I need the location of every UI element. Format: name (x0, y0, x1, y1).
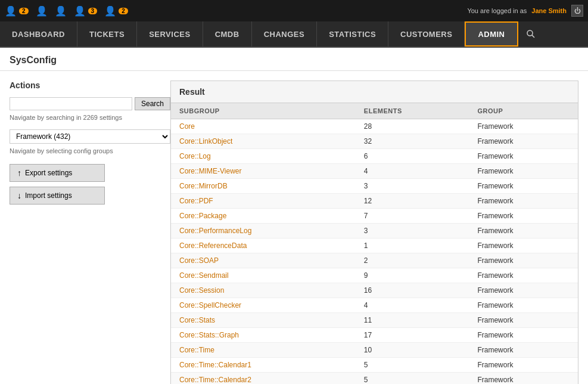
subgroup-link[interactable]: Core::Time (179, 346, 214, 354)
subgroup-cell: Core::MirrorDB (171, 179, 356, 194)
group-cell: Framework (469, 343, 578, 358)
group-cell: Framework (469, 119, 578, 134)
header-row: SUBGROUP ELEMENTS GROUP (171, 103, 578, 119)
subgroup-cell: Core::Sendmail (171, 268, 356, 283)
user-icon-2: 👤 (36, 5, 48, 17)
import-settings-button[interactable]: ↓ Import settings (10, 187, 105, 205)
table-row: Core::ReferenceData1Framework (171, 239, 578, 253)
group-cell: Framework (469, 134, 578, 149)
nav-services[interactable]: SERVICES (137, 21, 203, 47)
subgroup-cell: Core::SpellChecker (171, 298, 356, 313)
table-row: Core::LinkObject32Framework (171, 134, 578, 149)
subgroup-link[interactable]: Core::Time::Calendar2 (179, 376, 251, 384)
elements-cell: 5 (356, 358, 469, 373)
elements-cell: 6 (356, 149, 469, 164)
elements-cell: 7 (356, 209, 469, 224)
nav-changes[interactable]: CHANGES (252, 21, 318, 47)
subgroup-link[interactable]: Core::Session (179, 286, 224, 295)
subgroup-cell: Core::ReferenceData (171, 239, 356, 253)
col-group: GROUP (469, 103, 578, 119)
actions-title: Actions (10, 80, 170, 90)
svg-line-1 (531, 35, 534, 38)
search-hint: Navigate by searching in 2269 settings (10, 114, 170, 121)
subgroup-link[interactable]: Core (179, 122, 195, 131)
subgroup-link[interactable]: Core::Stats::Graph (179, 331, 239, 339)
avatar-group-5: 👤 2 (104, 5, 128, 17)
subgroup-link[interactable]: Core::Package (179, 212, 226, 220)
user-icon-1: 👤 (5, 5, 17, 17)
group-cell: Framework (469, 239, 578, 253)
subgroup-link[interactable]: Core::Log (179, 152, 211, 160)
subgroup-link[interactable]: Core::SOAP (179, 256, 219, 265)
result-tbody: Core28FrameworkCore::LinkObject32Framewo… (171, 119, 578, 385)
sidebar: Actions Search Navigate by searching in … (10, 80, 170, 384)
search-input[interactable] (10, 97, 132, 110)
subgroup-cell: Core::LinkObject (171, 134, 356, 149)
nav-admin[interactable]: ADMIN (465, 21, 518, 47)
subgroup-cell: Core::Stats::Graph (171, 328, 356, 343)
table-row: Core::SOAP2Framework (171, 253, 578, 268)
power-button[interactable]: ⏻ (571, 5, 583, 17)
group-cell: Framework (469, 179, 578, 194)
nav-tickets[interactable]: TICKETS (77, 21, 137, 47)
table-row: Core::Time::Calendar25Framework (171, 373, 578, 385)
table-header: SUBGROUP ELEMENTS GROUP (171, 103, 578, 119)
subgroup-link[interactable]: Core::MIME-Viewer (179, 167, 241, 175)
subgroup-link[interactable]: Core::Stats (179, 316, 215, 324)
export-settings-button[interactable]: ↑ Export settings (10, 164, 105, 182)
subgroup-cell: Core::Session (171, 283, 356, 298)
page-title: SysConfig (0, 48, 588, 71)
subgroup-cell: Core::SOAP (171, 253, 356, 268)
table-row: Core::Stats::Graph17Framework (171, 328, 578, 343)
content-area: Actions Search Navigate by searching in … (0, 71, 588, 384)
table-row: Core::Log6Framework (171, 149, 578, 164)
table-row: Core::Session16Framework (171, 283, 578, 298)
table-row: Core::Time::Calendar15Framework (171, 358, 578, 373)
group-cell: Framework (469, 298, 578, 313)
subgroup-cell: Core::Time::Calendar2 (171, 373, 356, 385)
top-bar: 👤 2 👤 👤 👤 3 👤 2 You are logged in as Jan… (0, 0, 588, 21)
search-row: Search (10, 97, 170, 110)
subgroup-link[interactable]: Core::PerformanceLog (179, 227, 251, 235)
subgroup-link[interactable]: Core::Time::Calendar1 (179, 361, 251, 369)
export-icon: ↑ (17, 168, 21, 178)
group-cell: Framework (469, 253, 578, 268)
nav-customers[interactable]: CUSTOMERS (388, 21, 465, 47)
elements-cell: 4 (356, 298, 469, 313)
subgroup-link[interactable]: Core::SpellChecker (179, 301, 241, 309)
table-row: Core28Framework (171, 119, 578, 134)
group-cell: Framework (469, 209, 578, 224)
nav-search-button[interactable] (518, 21, 543, 47)
group-select[interactable]: Framework (432) (10, 129, 170, 144)
col-elements: ELEMENTS (356, 103, 469, 119)
subgroup-link[interactable]: Core::LinkObject (179, 137, 232, 145)
dropdown-hint: Navigate by selecting config groups (10, 147, 170, 154)
elements-cell: 11 (356, 313, 469, 328)
subgroup-cell: Core (171, 119, 356, 134)
nav-cmdb[interactable]: CMDB (203, 21, 252, 47)
elements-cell: 3 (356, 224, 469, 239)
user-icon-3: 👤 (55, 5, 67, 17)
table-row: Core::MirrorDB3Framework (171, 179, 578, 194)
import-label: Import settings (25, 191, 72, 200)
badge-5: 2 (119, 8, 128, 14)
import-icon: ↓ (17, 191, 21, 200)
logged-in-text: You are logged in as (467, 7, 527, 14)
elements-cell: 3 (356, 179, 469, 194)
elements-cell: 32 (356, 134, 469, 149)
table-row: Core::PerformanceLog3Framework (171, 224, 578, 239)
svg-point-0 (527, 30, 533, 36)
result-panel: Result SUBGROUP ELEMENTS GROUP Core28Fra… (170, 80, 578, 384)
group-cell: Framework (469, 283, 578, 298)
subgroup-link[interactable]: Core::PDF (179, 197, 213, 205)
group-cell: Framework (469, 313, 578, 328)
nav-dashboard[interactable]: DASHBOARD (0, 21, 77, 47)
subgroup-cell: Core::PerformanceLog (171, 224, 356, 239)
subgroup-link[interactable]: Core::ReferenceData (179, 241, 247, 250)
search-button[interactable]: Search (135, 97, 170, 110)
subgroup-link[interactable]: Core::MirrorDB (179, 182, 228, 190)
subgroup-cell: Core::PDF (171, 194, 356, 209)
nav-statistics[interactable]: STATISTICS (317, 21, 388, 47)
subgroup-link[interactable]: Core::Sendmail (179, 271, 229, 280)
elements-cell: 28 (356, 119, 469, 134)
